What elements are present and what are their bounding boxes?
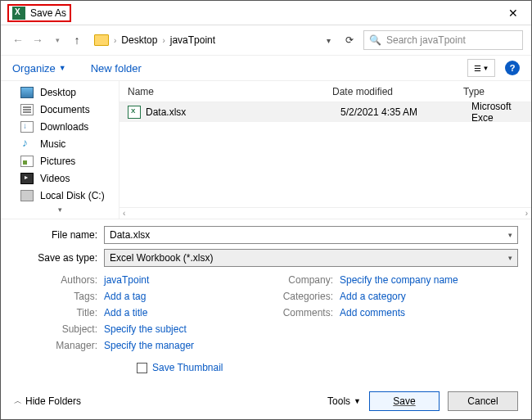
authors-label: Authors:	[14, 274, 104, 286]
title-value[interactable]: Add a title	[104, 307, 147, 318]
downloads-icon	[20, 121, 34, 133]
chevron-right-icon: ›	[162, 36, 165, 45]
scroll-down-icon[interactable]: ▾	[1, 204, 119, 215]
save-button[interactable]: Save	[369, 391, 440, 411]
manager-value[interactable]: Specify the manager	[104, 340, 194, 351]
folder-icon	[94, 34, 109, 46]
view-options-button[interactable]: ☰ ▼	[467, 59, 495, 77]
breadcrumb-part[interactable]: javaTpoint	[170, 34, 215, 46]
sidebar-item-music[interactable]: Music	[1, 136, 119, 153]
list-view-icon: ☰	[474, 64, 481, 73]
chevron-down-icon[interactable]: ▾	[327, 36, 331, 45]
excel-file-icon	[128, 106, 141, 119]
footer: ︿ Hide Folders Tools ▼ Save Cancel	[1, 383, 531, 419]
organize-menu[interactable]: Organize ▼	[12, 62, 66, 75]
filename-input[interactable]: Data.xlsx ▾	[104, 226, 518, 244]
filename-label: File name:	[14, 229, 104, 241]
sidebar: Desktop Documents Downloads Music Pictur…	[1, 81, 119, 219]
pictures-icon	[20, 156, 34, 167]
nav-back-icon[interactable]: ←	[9, 31, 27, 49]
sidebar-item-videos[interactable]: Videos	[1, 169, 119, 187]
column-headers: Name Date modified Type	[119, 81, 531, 102]
comments-label: Comments:	[266, 307, 340, 318]
hide-folders-button[interactable]: ︿ Hide Folders	[14, 395, 81, 407]
chevron-down-icon: ▼	[59, 64, 66, 72]
file-row[interactable]: Data.xlsx 5/2/2021 4:35 AM Microsoft Exc…	[119, 102, 531, 122]
savetype-select[interactable]: Excel Workbook (*.xlsx) ▾	[104, 249, 518, 267]
new-folder-button[interactable]: New folder	[91, 62, 142, 75]
nav-recent-icon[interactable]: ▾	[48, 31, 66, 49]
search-input[interactable]: 🔍 Search javaTpoint	[363, 30, 523, 50]
breadcrumb-part[interactable]: Desktop	[121, 34, 157, 46]
sidebar-item-desktop[interactable]: Desktop	[1, 84, 119, 102]
authors-value[interactable]: javaTpoint	[104, 274, 149, 286]
breadcrumb[interactable]: › Desktop › javaTpoint ▾	[91, 34, 336, 46]
company-label: Company:	[266, 274, 340, 286]
music-icon	[20, 138, 34, 150]
chevron-right-icon: ›	[114, 36, 116, 45]
file-pane: Name Date modified Type Data.xlsx 5/2/20…	[119, 81, 531, 219]
documents-icon	[20, 104, 34, 115]
chevron-down-icon[interactable]: ▾	[508, 254, 512, 262]
subject-label: Subject:	[14, 323, 104, 335]
main-area: Desktop Documents Downloads Music Pictur…	[1, 81, 531, 219]
toolbar: Organize ▼ New folder ☰ ▼ ?	[1, 55, 531, 81]
file-date: 5/2/2021 4:35 AM	[332, 106, 463, 118]
save-thumbnail-checkbox[interactable]	[137, 363, 147, 373]
sidebar-item-pictures[interactable]: Pictures	[1, 152, 119, 169]
excel-icon	[12, 7, 25, 20]
chevron-up-icon: ︿	[14, 395, 22, 407]
metadata: Authors:javaTpoint Tags:Add a tag Title:…	[14, 272, 518, 354]
search-placeholder: Search javaTpoint	[386, 34, 466, 46]
company-value[interactable]: Specify the company name	[340, 274, 458, 286]
column-date[interactable]: Date modified	[324, 86, 455, 97]
subject-value[interactable]: Specify the subject	[104, 323, 187, 335]
search-icon: 🔍	[369, 34, 381, 46]
horizontal-scrollbar[interactable]: ‹›	[119, 207, 531, 219]
tools-menu[interactable]: Tools ▼	[327, 395, 361, 407]
chevron-down-icon: ▼	[483, 65, 489, 72]
save-thumbnail-label: Save Thumbnail	[152, 362, 223, 373]
refresh-icon[interactable]: ⟳	[340, 31, 358, 49]
chevron-down-icon[interactable]: ▾	[508, 231, 512, 239]
comments-value[interactable]: Add comments	[340, 307, 405, 318]
file-type: Microsoft Exce	[463, 101, 531, 124]
sidebar-item-local-disk[interactable]: Local Disk (C:)	[1, 187, 119, 204]
bottom-panel: File name: Data.xlsx ▾ Save as type: Exc…	[1, 219, 531, 383]
nav-forward-icon[interactable]: →	[29, 31, 47, 49]
close-icon[interactable]: ✕	[502, 3, 525, 23]
cancel-button[interactable]: Cancel	[448, 391, 518, 411]
tags-label: Tags:	[14, 291, 104, 302]
column-type[interactable]: Type	[455, 86, 531, 97]
save-as-dialog: Save As ✕ ← → ▾ ↑ › Desktop › javaTpoint…	[0, 0, 532, 420]
desktop-icon	[20, 87, 34, 98]
column-name[interactable]: Name	[119, 86, 324, 97]
window-title: Save As	[30, 7, 66, 19]
videos-icon	[20, 173, 34, 184]
titlebar: Save As ✕	[1, 1, 531, 25]
sidebar-item-documents[interactable]: Documents	[1, 102, 119, 119]
save-thumbnail-row: Save Thumbnail	[137, 362, 518, 373]
savetype-label: Save as type:	[14, 252, 104, 264]
tags-value[interactable]: Add a tag	[104, 291, 146, 302]
disk-icon	[20, 190, 34, 201]
navbar: ← → ▾ ↑ › Desktop › javaTpoint ▾ ⟳ 🔍 Sea…	[1, 25, 531, 55]
chevron-down-icon: ▼	[354, 397, 361, 405]
manager-label: Manager:	[14, 340, 104, 351]
help-icon[interactable]: ?	[505, 61, 520, 75]
file-name: Data.xlsx	[146, 106, 332, 118]
title-label: Title:	[14, 307, 104, 318]
title-highlight: Save As	[7, 4, 71, 22]
categories-label: Categories:	[266, 291, 340, 302]
nav-up-icon[interactable]: ↑	[68, 31, 86, 49]
categories-value[interactable]: Add a category	[340, 291, 406, 302]
sidebar-item-downloads[interactable]: Downloads	[1, 119, 119, 136]
